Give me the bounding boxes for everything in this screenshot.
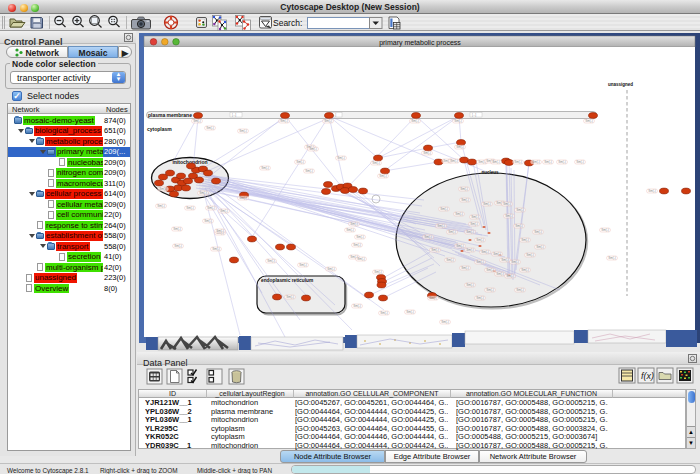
svg-text:Sm(-): Sm(-) bbox=[476, 296, 484, 300]
svg-text:Sm(-): Sm(-) bbox=[496, 272, 504, 276]
svg-text:Sm(-): Sm(-) bbox=[239, 196, 247, 200]
svg-text:Sm(-): Sm(-) bbox=[481, 250, 489, 254]
svg-text:Sm(-): Sm(-) bbox=[193, 119, 201, 123]
svg-text:Sm(-): Sm(-) bbox=[239, 129, 247, 133]
svg-text:Sm(-): Sm(-) bbox=[173, 227, 181, 231]
svg-text:Sm(-): Sm(-) bbox=[466, 283, 474, 287]
svg-text:Sm(-): Sm(-) bbox=[204, 219, 212, 223]
svg-text:Sm(-): Sm(-) bbox=[511, 260, 519, 264]
svg-text:plasma membrane: plasma membrane bbox=[148, 112, 192, 118]
svg-text:Sm(-): Sm(-) bbox=[424, 235, 432, 239]
svg-text:Sm(-): Sm(-) bbox=[220, 209, 228, 213]
svg-text:Sm(-): Sm(-) bbox=[216, 229, 224, 233]
svg-text:Sm(-): Sm(-) bbox=[157, 204, 165, 208]
svg-text:Sm(-): Sm(-) bbox=[350, 222, 358, 226]
svg-text:Sm(-): Sm(-) bbox=[466, 230, 474, 234]
svg-text:Sm(-): Sm(-) bbox=[536, 245, 544, 249]
svg-text:Sm(-): Sm(-) bbox=[526, 253, 534, 257]
svg-text:Sm(-): Sm(-) bbox=[601, 228, 609, 232]
svg-text:Sm(-): Sm(-) bbox=[327, 267, 335, 271]
svg-text:Sm(-): Sm(-) bbox=[337, 156, 345, 160]
svg-text:Sm(-): Sm(-) bbox=[423, 151, 431, 155]
svg-text:Sm(-): Sm(-) bbox=[471, 215, 479, 219]
svg-text:Sm(-): Sm(-) bbox=[440, 207, 448, 211]
svg-text:Sm(-): Sm(-) bbox=[486, 268, 494, 272]
svg-text:Sm(-): Sm(-) bbox=[608, 256, 616, 260]
svg-text:Sm(-): Sm(-) bbox=[437, 224, 445, 228]
svg-text:Sm(-): Sm(-) bbox=[305, 169, 313, 173]
svg-text:Sm(-): Sm(-) bbox=[501, 258, 509, 262]
svg-text:Sm(-): Sm(-) bbox=[534, 230, 542, 234]
svg-text:Sm(-): Sm(-) bbox=[446, 258, 454, 262]
svg-text:Sm(-): Sm(-) bbox=[492, 160, 500, 164]
svg-text:Sm(-): Sm(-) bbox=[506, 274, 514, 278]
svg-text:Sm(-): Sm(-) bbox=[324, 119, 332, 123]
svg-text:Sm(-): Sm(-) bbox=[406, 310, 414, 314]
svg-text:Sm(-): Sm(-) bbox=[261, 166, 269, 170]
svg-text:Sm(-): Sm(-) bbox=[476, 260, 484, 264]
svg-text:Sm(-): Sm(-) bbox=[356, 235, 364, 239]
svg-text:cytoplasm: cytoplasm bbox=[147, 126, 172, 132]
svg-text:Sm(-): Sm(-) bbox=[456, 244, 464, 248]
svg-text:Sm(-): Sm(-) bbox=[353, 243, 361, 247]
svg-text:f(x): f(x) bbox=[641, 371, 654, 381]
svg-text:[...]: [...] bbox=[472, 113, 476, 117]
svg-text:Sm(-): Sm(-) bbox=[470, 222, 478, 226]
svg-text:Search:: Search: bbox=[273, 18, 302, 28]
svg-text:Sm(-): Sm(-) bbox=[460, 187, 468, 191]
svg-text:Sm(-): Sm(-) bbox=[206, 126, 214, 130]
svg-text:Sm(-): Sm(-) bbox=[353, 304, 361, 308]
svg-text:Sm(-): Sm(-) bbox=[456, 145, 464, 149]
svg-text:Sm(-): Sm(-) bbox=[461, 198, 469, 202]
svg-text:Sm(-): Sm(-) bbox=[486, 288, 494, 292]
svg-text:Sm(-): Sm(-) bbox=[379, 174, 387, 178]
svg-text:Sm(-): Sm(-) bbox=[466, 248, 474, 252]
svg-text:primary metabolic process: primary metabolic process bbox=[379, 39, 461, 47]
svg-text:Sm(-): Sm(-) bbox=[454, 119, 462, 123]
svg-text:Sm(-): Sm(-) bbox=[411, 119, 419, 123]
svg-text:Sm(-): Sm(-) bbox=[207, 206, 215, 210]
svg-text:Sm(-): Sm(-) bbox=[516, 288, 524, 292]
svg-text:endoplasmic reticulum: endoplasmic reticulum bbox=[261, 278, 313, 283]
svg-text:Sm(-): Sm(-) bbox=[429, 296, 437, 300]
svg-text:Sm(-): Sm(-) bbox=[532, 160, 540, 164]
svg-text:Sm(-): Sm(-) bbox=[431, 248, 439, 252]
svg-text:Sm(-): Sm(-) bbox=[372, 161, 380, 165]
svg-text:Sm(-): Sm(-) bbox=[280, 119, 288, 123]
svg-text:Sm(-): Sm(-) bbox=[309, 147, 317, 151]
svg-text:[...]: [...] bbox=[232, 113, 236, 117]
svg-text:Sm(-): Sm(-) bbox=[441, 320, 449, 324]
svg-text:Sm(-): Sm(-) bbox=[296, 160, 304, 164]
svg-text:Sm(-): Sm(-) bbox=[461, 266, 469, 270]
svg-text:Sm(-): Sm(-) bbox=[174, 244, 182, 248]
svg-text:Sm(-): Sm(-) bbox=[159, 187, 167, 191]
svg-text:Sm(-): Sm(-) bbox=[448, 230, 456, 234]
svg-text:Sm(-): Sm(-) bbox=[346, 228, 354, 232]
svg-text:Sm(-): Sm(-) bbox=[576, 160, 584, 164]
svg-text:Sm(-): Sm(-) bbox=[357, 257, 365, 261]
svg-text:Sm(-): Sm(-) bbox=[505, 214, 513, 218]
svg-text:Sm(-): Sm(-) bbox=[299, 263, 307, 267]
svg-text:Sm(-): Sm(-) bbox=[455, 212, 463, 216]
svg-text:Sm(-): Sm(-) bbox=[286, 295, 294, 299]
svg-text:Sm(-): Sm(-) bbox=[585, 119, 593, 123]
svg-text:Sm(-): Sm(-) bbox=[267, 259, 275, 263]
svg-text:Sm(-): Sm(-) bbox=[503, 202, 511, 206]
svg-text:Sm(-): Sm(-) bbox=[558, 160, 566, 164]
svg-text:Sm(-): Sm(-) bbox=[521, 238, 529, 242]
svg-text:Sm(-): Sm(-) bbox=[515, 224, 523, 228]
svg-text:Sm(-): Sm(-) bbox=[483, 202, 491, 206]
svg-text:Sm(-): Sm(-) bbox=[493, 252, 501, 256]
svg-text:Sm(-): Sm(-) bbox=[521, 268, 529, 272]
svg-text:Sm(-): Sm(-) bbox=[212, 247, 220, 251]
svg-text:Sm(-): Sm(-) bbox=[648, 189, 656, 193]
svg-text:Sm(-): Sm(-) bbox=[476, 238, 484, 242]
svg-text:Sm(-): Sm(-) bbox=[450, 159, 458, 163]
svg-text:Sm(-): Sm(-) bbox=[380, 311, 388, 315]
svg-text:Sm(-): Sm(-) bbox=[374, 270, 382, 274]
svg-text:unassigned: unassigned bbox=[608, 82, 633, 87]
svg-text:Sm(-): Sm(-) bbox=[199, 191, 207, 195]
svg-text:Sm(-): Sm(-) bbox=[186, 206, 194, 210]
svg-text:Sm(-): Sm(-) bbox=[544, 160, 552, 164]
svg-text:Sm(-): Sm(-) bbox=[516, 208, 524, 212]
